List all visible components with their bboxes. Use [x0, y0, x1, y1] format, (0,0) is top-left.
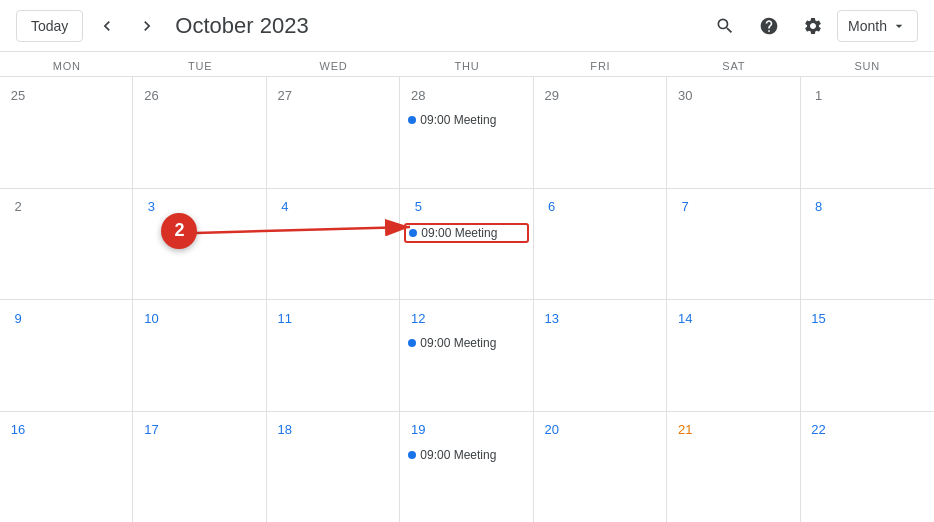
day-cell-oct13: 13 — [534, 300, 667, 411]
day-header-mon: MON — [0, 52, 133, 76]
day-number-oct6[interactable]: 6 — [538, 193, 566, 221]
day-cell-oct18: 18 — [267, 412, 400, 523]
day-number-oct4[interactable]: 4 — [271, 193, 299, 221]
day-header-tue: TUE — [133, 52, 266, 76]
day-cell-oct17: 17 — [133, 412, 266, 523]
view-label: Month — [848, 18, 887, 34]
day-header-sat: SAT — [667, 52, 800, 76]
chevron-right-icon — [137, 16, 157, 36]
help-icon — [759, 16, 779, 36]
day-number-oct12[interactable]: 12 — [404, 304, 432, 332]
day-number-oct5[interactable]: 5 — [404, 193, 432, 221]
day-cell-oct1: 1 — [801, 77, 934, 188]
day-cell-oct15: 15 — [801, 300, 934, 411]
day-cell-sep30: 30 — [667, 77, 800, 188]
day-number-oct8[interactable]: 8 — [805, 193, 833, 221]
event-dot — [408, 451, 416, 459]
day-number-oct9[interactable]: 9 — [4, 304, 32, 332]
day-number-oct18[interactable]: 18 — [271, 416, 299, 444]
day-cell-oct9: 9 — [0, 300, 133, 411]
day-number-oct22[interactable]: 22 — [805, 416, 833, 444]
settings-button[interactable] — [793, 6, 833, 46]
day-number-oct13[interactable]: 13 — [538, 304, 566, 332]
weeks-container: 25 26 27 28 09:00 Meeting 29 — [0, 77, 934, 522]
event-time: 09:00 Meeting — [421, 226, 497, 240]
day-cell-oct2: 2 — [0, 189, 133, 300]
calendar-container: MON TUE WED THU FRI SAT SUN 25 26 27 — [0, 52, 934, 522]
day-cell-sep27: 27 — [267, 77, 400, 188]
day-cell-oct8: 8 — [801, 189, 934, 300]
day-number-sep26[interactable]: 26 — [137, 81, 165, 109]
event-oct12-meeting[interactable]: 09:00 Meeting — [404, 334, 528, 352]
day-cell-oct20: 20 — [534, 412, 667, 523]
day-number-sep30[interactable]: 30 — [671, 81, 699, 109]
day-cell-oct10: 10 — [133, 300, 266, 411]
day-number-oct16[interactable]: 16 — [4, 416, 32, 444]
day-cell-oct3: 3 2 — [133, 189, 266, 300]
day-number-oct21[interactable]: 21 — [671, 416, 699, 444]
view-select-button[interactable]: Month — [837, 10, 918, 42]
calendar: MON TUE WED THU FRI SAT SUN 25 26 27 — [0, 52, 934, 522]
prev-button[interactable] — [91, 10, 123, 42]
event-time: 09:00 Meeting — [420, 448, 496, 462]
day-number-oct2[interactable]: 2 — [4, 193, 32, 221]
search-icon — [715, 16, 735, 36]
dropdown-arrow-icon — [891, 18, 907, 34]
event-time: 09:00 Meeting — [420, 336, 496, 350]
gear-icon — [803, 16, 823, 36]
header-icons: Month — [705, 6, 918, 46]
help-button[interactable] — [749, 6, 789, 46]
day-cell-oct4: 4 — [267, 189, 400, 300]
day-number-sep28[interactable]: 28 — [404, 81, 432, 109]
day-number-oct1[interactable]: 1 — [805, 81, 833, 109]
day-cell-oct22: 22 — [801, 412, 934, 523]
day-cell-sep25: 25 — [0, 77, 133, 188]
day-number-oct14[interactable]: 14 — [671, 304, 699, 332]
chevron-left-icon — [97, 16, 117, 36]
day-cell-oct19: 19 09:00 Meeting — [400, 412, 533, 523]
day-header-wed: WED — [267, 52, 400, 76]
day-number-oct20[interactable]: 20 — [538, 416, 566, 444]
day-number-sep29[interactable]: 29 — [538, 81, 566, 109]
day-headers-row: MON TUE WED THU FRI SAT SUN — [0, 52, 934, 77]
day-cell-oct14: 14 — [667, 300, 800, 411]
day-cell-oct6: 6 — [534, 189, 667, 300]
day-cell-oct12: 12 09:00 Meeting — [400, 300, 533, 411]
month-title: October 2023 — [175, 13, 697, 39]
event-sep28-meeting[interactable]: 09:00 Meeting — [404, 111, 528, 129]
event-oct19-meeting[interactable]: 09:00 Meeting — [404, 446, 528, 464]
event-dot — [408, 116, 416, 124]
day-cell-oct5: 5 09:00 Meeting — [400, 189, 533, 300]
day-cell-sep28: 28 09:00 Meeting — [400, 77, 533, 188]
day-header-sun: SUN — [801, 52, 934, 76]
today-button[interactable]: Today — [16, 10, 83, 42]
calendar-header: Today October 2023 Month — [0, 0, 934, 52]
day-number-oct3[interactable]: 3 — [137, 193, 165, 221]
week-row-3: 9 10 11 12 09:00 Meeting 13 — [0, 300, 934, 412]
day-number-oct11[interactable]: 11 — [271, 304, 299, 332]
day-number-oct17[interactable]: 17 — [137, 416, 165, 444]
day-header-thu: THU — [400, 52, 533, 76]
week-row-4: 16 17 18 19 09:00 Meeting 20 — [0, 412, 934, 523]
event-dot — [408, 339, 416, 347]
event-oct5-meeting[interactable]: 09:00 Meeting — [404, 223, 528, 243]
day-number-oct7[interactable]: 7 — [671, 193, 699, 221]
day-number-sep27[interactable]: 27 — [271, 81, 299, 109]
day-cell-oct21: 21 — [667, 412, 800, 523]
day-number-oct10[interactable]: 10 — [137, 304, 165, 332]
day-number-oct19[interactable]: 19 — [404, 416, 432, 444]
day-number-oct15[interactable]: 15 — [805, 304, 833, 332]
day-cell-oct7: 7 — [667, 189, 800, 300]
search-button[interactable] — [705, 6, 745, 46]
day-cell-sep29: 29 — [534, 77, 667, 188]
next-button[interactable] — [131, 10, 163, 42]
event-time: 09:00 Meeting — [420, 113, 496, 127]
day-cell-sep26: 26 — [133, 77, 266, 188]
week-row-2: 2 3 2 4 5 09:00 Meeting — [0, 189, 934, 301]
annotation-badge-2: 2 — [161, 213, 197, 249]
day-number-sep25[interactable]: 25 — [4, 81, 32, 109]
day-cell-oct11: 11 — [267, 300, 400, 411]
event-dot — [409, 229, 417, 237]
week-row-1: 25 26 27 28 09:00 Meeting 29 — [0, 77, 934, 189]
day-header-fri: FRI — [534, 52, 667, 76]
